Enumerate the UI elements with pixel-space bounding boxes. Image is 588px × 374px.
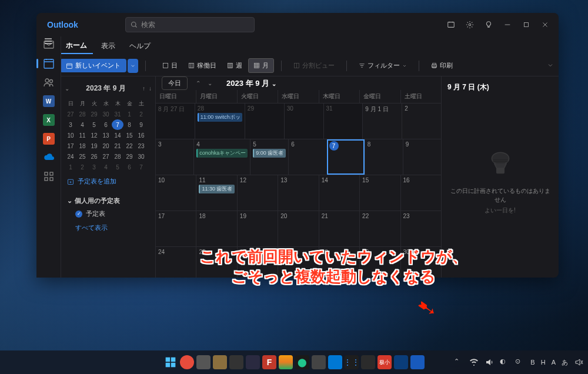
- mini-day[interactable]: 13: [100, 130, 112, 141]
- taskbar-app-3[interactable]: [213, 355, 227, 369]
- calendar-day[interactable]: 8 月 27 日: [156, 103, 195, 139]
- mini-day[interactable]: 2: [135, 109, 147, 119]
- mini-day[interactable]: 9: [135, 119, 147, 130]
- calendar-day[interactable]: 30: [400, 247, 441, 278]
- mini-day[interactable]: 11: [76, 130, 88, 141]
- taskbar-app-9[interactable]: [312, 355, 326, 369]
- tray-lang-1[interactable]: B: [530, 359, 534, 366]
- mini-day[interactable]: 2: [76, 162, 88, 172]
- calendar-day[interactable]: 22: [359, 211, 400, 246]
- calendar-day[interactable]: 24: [156, 247, 196, 278]
- taskbar-app-7[interactable]: [279, 355, 293, 369]
- tray-lang-2[interactable]: H: [541, 359, 546, 366]
- mini-day[interactable]: 3: [88, 162, 100, 172]
- filter-button[interactable]: フィルター: [354, 59, 412, 72]
- calendar-day[interactable]: 29: [245, 103, 284, 139]
- tray-icon-2[interactable]: ⊙: [515, 358, 524, 367]
- calendar-item[interactable]: ✓ 予定表: [67, 208, 149, 220]
- mini-day[interactable]: 30: [100, 109, 112, 119]
- mini-day[interactable]: 29: [88, 109, 100, 119]
- calendar-day[interactable]: 59:00 歯医者: [250, 139, 288, 175]
- mini-day[interactable]: 17: [65, 141, 76, 151]
- calendar-day[interactable]: 26: [237, 247, 278, 278]
- calendar-day[interactable]: 23: [400, 211, 441, 246]
- mini-day[interactable]: 4: [76, 119, 88, 130]
- sync-icon[interactable]: [442, 16, 460, 34]
- add-calendar-button[interactable]: 予定表を追加: [65, 172, 152, 191]
- calendar-day[interactable]: 19: [237, 211, 278, 246]
- calendar-day[interactable]: 8: [365, 139, 403, 175]
- start-button[interactable]: [163, 355, 178, 369]
- calendar-day[interactable]: 7: [327, 139, 365, 175]
- taskbar-app-15[interactable]: [410, 355, 425, 369]
- mini-day[interactable]: 26: [88, 151, 100, 162]
- calendar-day[interactable]: 4conohkaキャンペー: [193, 139, 250, 175]
- mini-day[interactable]: 8: [123, 119, 135, 130]
- tray-ime[interactable]: あ: [562, 358, 568, 367]
- mini-day[interactable]: 28: [112, 151, 123, 162]
- taskbar-app-1[interactable]: [180, 355, 194, 369]
- mini-day[interactable]: 21: [112, 141, 123, 151]
- tips-icon[interactable]: [480, 16, 497, 34]
- mini-day[interactable]: 15: [123, 130, 135, 141]
- settings-icon[interactable]: [461, 16, 479, 34]
- nav-onedrive-icon[interactable]: [43, 152, 55, 163]
- next-month-button[interactable]: ⌄: [205, 79, 215, 88]
- mini-day[interactable]: 30: [135, 151, 147, 162]
- tab-home[interactable]: ホーム: [60, 38, 93, 54]
- mini-day[interactable]: 5: [88, 119, 100, 130]
- calendar-day[interactable]: 25: [196, 247, 236, 278]
- today-button[interactable]: 今日: [162, 76, 188, 90]
- view-month-button[interactable]: 月: [248, 58, 274, 73]
- hamburger-menu[interactable]: [44, 36, 53, 48]
- mini-day[interactable]: 5: [112, 162, 123, 172]
- mini-day[interactable]: 3: [65, 119, 76, 130]
- mini-day[interactable]: 27: [100, 151, 112, 162]
- calendar-day[interactable]: 14: [319, 175, 359, 211]
- tab-help[interactable]: ヘルプ: [123, 39, 156, 54]
- mini-day[interactable]: 23: [135, 141, 147, 151]
- calendar-day[interactable]: 15: [359, 175, 400, 211]
- calendar-day[interactable]: 2: [402, 103, 441, 139]
- mini-day[interactable]: 7: [112, 119, 123, 130]
- print-button[interactable]: 印刷: [426, 59, 457, 72]
- nav-more-apps-icon[interactable]: [43, 171, 55, 182]
- calendar-day[interactable]: 9: [403, 139, 441, 175]
- tray-lang-3[interactable]: A: [552, 359, 556, 366]
- mini-day[interactable]: 25: [76, 151, 88, 162]
- taskbar-app-6[interactable]: F: [262, 355, 276, 369]
- mini-day[interactable]: 12: [88, 130, 100, 141]
- mini-day[interactable]: 16: [135, 130, 147, 141]
- search-input[interactable]: 検索: [125, 17, 255, 32]
- mini-day[interactable]: 4: [100, 162, 112, 172]
- nav-calendar-icon[interactable]: [43, 58, 55, 69]
- calendar-day[interactable]: 12: [237, 175, 278, 211]
- tray-chevron-icon[interactable]: ⌃: [454, 358, 463, 367]
- nav-excel-icon[interactable]: X: [43, 114, 55, 126]
- calendar-event[interactable]: conohkaキャンペー: [196, 149, 248, 158]
- new-event-dropdown[interactable]: [128, 59, 138, 73]
- toolbar-overflow[interactable]: [547, 61, 554, 71]
- new-event-button[interactable]: 新しいイベント: [60, 59, 126, 72]
- mini-day[interactable]: 27: [65, 109, 76, 119]
- mini-day[interactable]: 19: [88, 141, 100, 151]
- taskbar-app-10[interactable]: [328, 355, 342, 369]
- mini-day[interactable]: 6: [100, 119, 112, 130]
- calendar-day[interactable]: 9 月 1 日: [362, 103, 402, 139]
- close-button[interactable]: [536, 16, 554, 34]
- nav-word-icon[interactable]: W: [43, 95, 55, 107]
- taskbar-app-14[interactable]: [394, 355, 408, 369]
- calendar-day[interactable]: 17: [156, 211, 196, 246]
- nav-powerpoint-icon[interactable]: P: [43, 133, 55, 145]
- mini-day[interactable]: 29: [123, 151, 135, 162]
- mini-day[interactable]: 18: [76, 141, 88, 151]
- mini-day[interactable]: 22: [123, 141, 135, 151]
- tray-icon-1[interactable]: ◐: [500, 358, 509, 367]
- mini-cal-next[interactable]: ↓: [149, 85, 152, 92]
- mini-day[interactable]: 24: [65, 151, 76, 162]
- calendar-event[interactable]: 11:30 歯医者: [199, 185, 234, 193]
- mini-day[interactable]: 10: [65, 130, 76, 141]
- taskbar-app-8[interactable]: ⬤: [295, 355, 309, 369]
- view-workday-button[interactable]: 稼働日: [183, 58, 221, 73]
- mini-cal-expand[interactable]: ⌄: [65, 85, 69, 92]
